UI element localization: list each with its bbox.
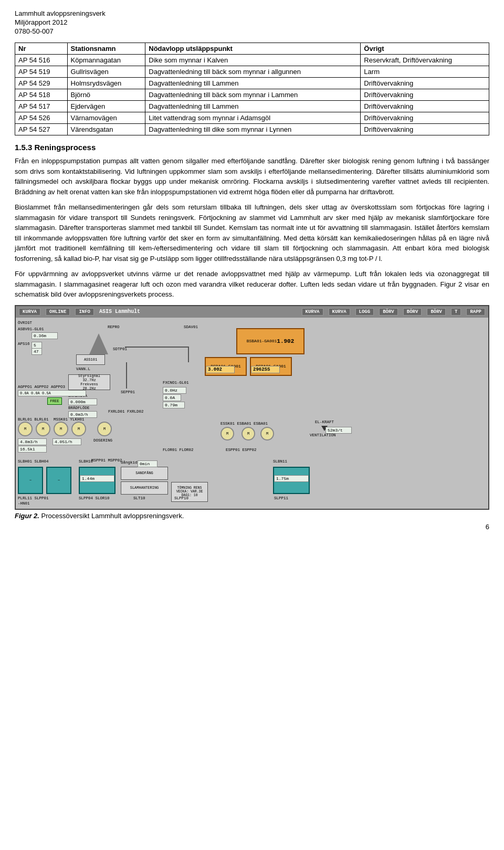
- col-nr: Nr: [15, 43, 68, 55]
- circle-blrl01: M: [18, 422, 33, 436]
- table-cell-station: Värnamovägen: [67, 112, 145, 124]
- value-2962ss: 2962SS: [251, 366, 280, 373]
- label-sdav01: SDAV01: [184, 325, 198, 329]
- table-row: AP 54 529HolmsrydsvägenDagvattenledning …: [15, 78, 489, 89]
- table-cell-nr: AP 54 526: [15, 112, 68, 124]
- value-flow3: 4.051/h: [52, 438, 81, 445]
- value-0.0hz: 0.0Hz: [163, 387, 186, 394]
- pipe-v1: [188, 347, 189, 362]
- topbar-rapp: RAPP: [466, 308, 485, 316]
- value-0.0a: 0.0A: [163, 394, 181, 401]
- label-fxcno1: FXCNO1-GL01: [163, 381, 189, 385]
- table-row: AP 54 516KöpmannagatanDike som mynnar i …: [15, 55, 489, 66]
- label-aps16: APS16: [18, 342, 30, 346]
- circle-ylkh01: M: [71, 422, 86, 436]
- value-47: 47: [32, 348, 42, 355]
- header-title: Lammhult avloppsreningsverk: [15, 9, 489, 17]
- table-row: AP 54 518BjörnöDagvattenledning till bäc…: [15, 89, 489, 101]
- label-slpp04: SLPP04 SLOR10: [79, 496, 110, 500]
- table-cell-nodavlopp: Dagvattenledning till bäck som mynnar i …: [145, 66, 361, 78]
- paragraph-3: För uppvärmning av avloppsverket utvinns…: [15, 269, 489, 300]
- stations-table: Nr Stationsnamn Nödavlopp utsläppspunkt …: [15, 43, 489, 135]
- table-cell-nr: AP 54 518: [15, 89, 68, 101]
- circle-mssk01: M: [54, 422, 68, 436]
- topbar-t: T: [451, 308, 461, 316]
- table-row: AP 54 526VärnamovägenLitet vattendrag so…: [15, 112, 489, 124]
- value-1.44m: 1.44m: [80, 475, 114, 482]
- box-sandfang: SANDFÅNG: [121, 467, 168, 480]
- topbar-info: INFO: [75, 308, 94, 316]
- table-cell-ovrigt: Driftövervakning: [361, 78, 489, 89]
- label-blrl01: BLRL01 BLRL01: [18, 417, 49, 422]
- diagram-main: ÖVRIGT ASBV01-GL01 0.36m 5 APS16 47 REPR…: [16, 318, 488, 509]
- label-essk01: ESSK01 ESBA01 ESBA01: [220, 422, 268, 426]
- col-station: Stationsnamn: [67, 43, 145, 55]
- pipe-v2: [126, 362, 127, 389]
- label-gangkid: Gångkid: [121, 460, 138, 465]
- pipe-h1: [125, 347, 188, 348]
- label-espp01: ESPP01 ESPP02: [226, 448, 257, 452]
- value-32hz: 32.7Hz: [82, 378, 96, 382]
- table-cell-nr: AP 54 529: [15, 78, 68, 89]
- box-ass101: ASS101: [76, 354, 105, 365]
- value-0.79m: 0.79m: [163, 402, 185, 408]
- ramp-shape: [89, 333, 108, 354]
- topbar-kurva3: KURVA: [329, 308, 350, 316]
- label-slpp11: SLPP11: [274, 496, 288, 500]
- value-3002: 3.002: [206, 366, 235, 373]
- label-flor01: FLOR01 FLOR02: [163, 448, 194, 452]
- page-number-area: 6: [15, 523, 489, 531]
- diagram-inner: KURVA OHLINE INFO ASIS Lammhult KURVA KU…: [16, 306, 488, 509]
- page-number: 6: [486, 523, 489, 531]
- table-cell-ovrigt: Driftövervakning: [361, 124, 489, 135]
- label-sepp01: SEPP01: [121, 390, 135, 394]
- value-flow2: 16.5kl: [18, 446, 47, 453]
- figure-container: KURVA OHLINE INFO ASIS Lammhult KURVA KU…: [15, 305, 489, 520]
- table-cell-station: Gullrisvägen: [67, 66, 145, 78]
- label-ventilation: VENTILATION: [310, 433, 336, 437]
- table-cell-nodavlopp: Dagvattenledning till dike som mynnar i …: [145, 124, 361, 135]
- label-dosering: DOSERING: [93, 438, 112, 443]
- label-slbh10: SLBH10: [79, 459, 93, 464]
- value-1902: 1.902: [277, 338, 294, 344]
- box-slamhantering: SLAMHANTERING: [121, 481, 168, 495]
- table-cell-nr: AP 54 517: [15, 101, 68, 112]
- topbar-ohline: OHLINE: [46, 308, 70, 316]
- table-cell-nodavlopp: Dagvattenledning till Lammen: [145, 78, 361, 89]
- topbar-borv3: BÖRV: [427, 308, 446, 316]
- circle-essk01: M: [220, 427, 234, 440]
- table-cell-nr: AP 54 516: [15, 55, 68, 66]
- figure-caption-bold: Figur 2.: [15, 512, 39, 520]
- box-styrsignal: Styrsignal 32.7Hz Frekvens 28.2Hz: [68, 374, 110, 390]
- topbar-logg: LOGG: [355, 308, 374, 316]
- label-slt10: SLT10: [133, 496, 145, 500]
- value-1.75m: 1.75m: [274, 475, 309, 482]
- table-cell-ovrigt: Driftövervakning: [361, 101, 489, 112]
- label-bradefloede: BRÄDFLÖDE: [68, 406, 90, 410]
- label-slbn11: SLBN11: [273, 459, 287, 464]
- label-sdtp01: SDTP01: [113, 347, 127, 351]
- topbar-borv2: BÖRV: [403, 308, 422, 316]
- label-repro: REPRO: [108, 325, 120, 329]
- label-vannl: VANN.L: [76, 367, 90, 371]
- value-0min: 0min: [138, 460, 158, 467]
- circle-dosering: M: [97, 422, 112, 436]
- label-slbh01: SLBH01 SLBH04: [18, 459, 49, 464]
- table-cell-station: Värendsgatan: [67, 124, 145, 135]
- table-cell-ovrigt: Larm: [361, 66, 489, 78]
- label-hn01: -HN01: [18, 501, 30, 506]
- badge-free: FREE: [47, 397, 62, 405]
- topbar-title: ASIS Lammhult: [99, 309, 140, 314]
- table-cell-ovrigt: Driftövervakning: [361, 112, 489, 124]
- tank-slbh01-label: ~: [29, 478, 32, 482]
- label-asbv01: ASBV01-GL01: [18, 327, 44, 331]
- label-plrl11: PLRL11 SLPP01: [18, 496, 49, 500]
- value-flow1: 4.8m3/h: [18, 438, 47, 445]
- topbar-kurva2: KURVA: [302, 308, 323, 316]
- table-cell-nodavlopp: Dagvattenledning till bäck som mynnar i …: [145, 89, 361, 101]
- table-cell-nr: AP 54 527: [15, 124, 68, 135]
- tank-slbh01: ~: [18, 467, 43, 494]
- paragraph-1: Från en inloppspumpstation pumpas allt v…: [15, 156, 489, 197]
- diagram-topbar: KURVA OHLINE INFO ASIS Lammhult KURVA KU…: [16, 306, 488, 318]
- topbar-kurva: KURVA: [19, 308, 40, 316]
